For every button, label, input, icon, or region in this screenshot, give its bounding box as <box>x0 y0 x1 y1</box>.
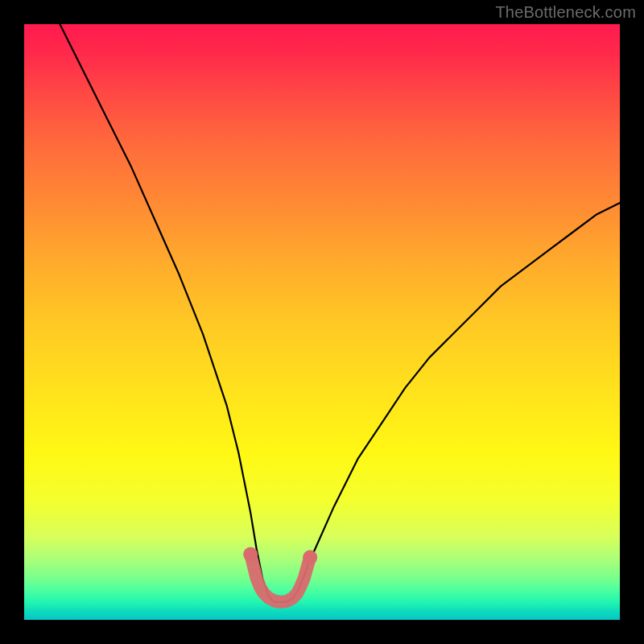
bottleneck-curve <box>60 24 620 602</box>
watermark-text: TheBottleneck.com <box>495 3 636 22</box>
curve-layer <box>24 24 620 620</box>
trough-endpoint-dot <box>243 547 258 562</box>
plot-area <box>24 24 620 620</box>
trough-endpoint-dot <box>303 550 317 564</box>
chart-frame: TheBottleneck.com <box>0 0 644 644</box>
